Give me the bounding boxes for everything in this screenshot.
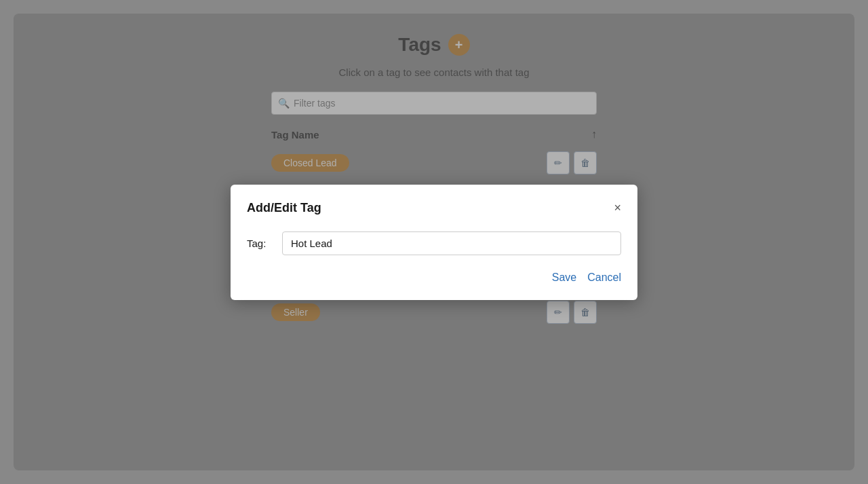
page-wrapper: Tags + Click on a tag to see contacts wi… bbox=[14, 14, 854, 470]
cancel-button[interactable]: Cancel bbox=[587, 272, 621, 284]
tag-input[interactable] bbox=[282, 231, 621, 255]
modal-title: Add/Edit Tag bbox=[247, 201, 321, 215]
add-edit-tag-modal: Add/Edit Tag × Tag: Save Cancel bbox=[231, 185, 637, 300]
modal-close-button[interactable]: × bbox=[614, 202, 621, 214]
tag-label: Tag: bbox=[247, 238, 274, 249]
modal-footer: Save Cancel bbox=[247, 272, 621, 284]
modal-overlay: Add/Edit Tag × Tag: Save Cancel bbox=[14, 14, 854, 470]
modal-header: Add/Edit Tag × bbox=[247, 201, 621, 215]
modal-body: Tag: bbox=[247, 231, 621, 255]
save-button[interactable]: Save bbox=[552, 272, 576, 284]
close-icon: × bbox=[614, 201, 621, 215]
tag-form-row: Tag: bbox=[247, 231, 621, 255]
